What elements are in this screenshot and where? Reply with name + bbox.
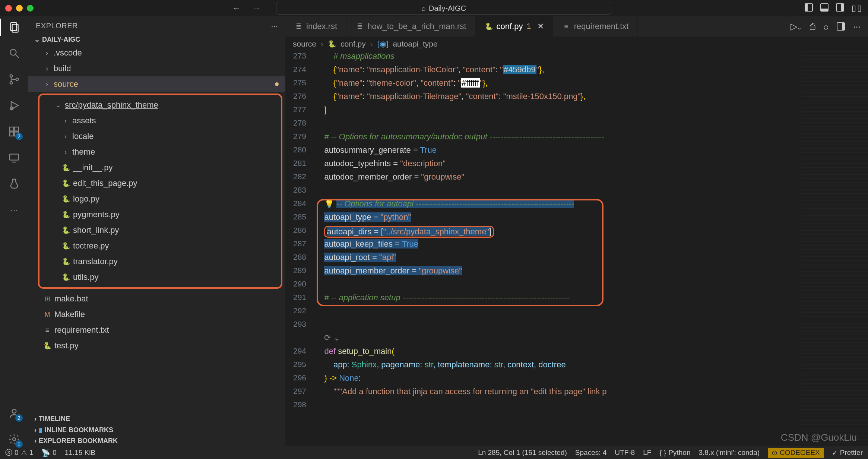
file-toctree[interactable]: 🐍toctree.py xyxy=(39,238,281,254)
breadcrumb[interactable]: source› 🐍conf.py› [◉]autoapi_type xyxy=(285,37,868,51)
explorer-more-icon[interactable]: ··· xyxy=(271,22,278,30)
file-short-link[interactable]: 🐍short_link.py xyxy=(39,222,281,238)
extensions-badge: 2 xyxy=(15,133,23,140)
svg-point-4 xyxy=(10,75,13,77)
text-icon: ≡ xyxy=(562,22,570,31)
makefile-icon: M xyxy=(43,310,51,319)
timeline-section[interactable]: ›TIMELINE xyxy=(28,414,285,424)
file-init[interactable]: 🐍__init__.py xyxy=(39,160,281,175)
braces-icon: { } xyxy=(659,449,666,457)
search-editor-icon[interactable]: ⌕ xyxy=(823,21,829,32)
more-editor-icon[interactable]: ··· xyxy=(853,21,861,32)
indent-status[interactable]: Spaces: 4 xyxy=(575,449,607,457)
filesize-status[interactable]: 11.15 KiB xyxy=(65,449,95,457)
folder-assets[interactable]: ›assets xyxy=(39,113,281,129)
modified-count: 1 xyxy=(526,22,531,31)
breadcrumb-conf[interactable]: conf.py xyxy=(340,39,366,48)
tab-conf[interactable]: 🐍conf.py 1✕ xyxy=(476,16,553,37)
prettier-status[interactable]: ✓Prettier xyxy=(832,449,863,457)
svg-point-5 xyxy=(10,82,13,84)
settings-activity[interactable]: 1 xyxy=(7,432,21,446)
run-debug-activity[interactable] xyxy=(7,98,21,113)
close-tab-icon[interactable]: ✕ xyxy=(537,22,544,31)
breadcrumb-source[interactable]: source xyxy=(293,39,316,48)
python-icon: 🐍 xyxy=(62,273,70,281)
lightbulb-icon[interactable]: 💡 xyxy=(324,199,334,208)
minimize-window-icon[interactable] xyxy=(16,5,23,12)
file-pygments[interactable]: 🐍pygments.py xyxy=(39,207,281,222)
encoding-status[interactable]: UTF-8 xyxy=(615,449,635,457)
explorer-sidebar: EXPLORER ··· ⌄DAILY-AIGC ›.vscode ›build… xyxy=(28,16,285,446)
svg-rect-8 xyxy=(10,127,14,131)
svg-rect-12 xyxy=(10,154,19,160)
file-edit[interactable]: 🐍edit_this_page.py xyxy=(39,175,281,191)
file-logo[interactable]: 🐍logo.py xyxy=(39,191,281,207)
python-icon: 🐍 xyxy=(62,210,70,219)
tab-index[interactable]: ≣index.rst xyxy=(285,16,346,37)
file-requirement[interactable]: ≡requirement.txt xyxy=(28,322,285,338)
accounts-activity[interactable]: 2 xyxy=(7,406,21,420)
cursor-position[interactable]: Ln 285, Col 1 (151 selected) xyxy=(478,449,567,457)
folder-source[interactable]: ›source xyxy=(28,76,285,92)
rst-icon: ≣ xyxy=(294,22,302,31)
extensions-activity[interactable]: 2 xyxy=(7,124,21,139)
close-window-icon[interactable] xyxy=(5,5,12,12)
customize-layout-icon[interactable]: ▯▯ xyxy=(852,3,863,13)
breadcrumb-symbol[interactable]: autoapi_type xyxy=(393,39,437,48)
svg-rect-10 xyxy=(10,132,14,136)
project-name: DAILY-AIGC xyxy=(42,36,80,44)
eol-status[interactable]: LF xyxy=(643,449,651,457)
settings-badge: 1 xyxy=(15,440,23,448)
split-editor-icon[interactable] xyxy=(837,22,845,31)
toggle-primary-sidebar-icon[interactable] xyxy=(805,3,813,12)
file-test[interactable]: 🐍test.py xyxy=(28,338,285,354)
toggle-panel-icon[interactable] xyxy=(820,3,829,12)
folder-src-pydata[interactable]: ⌄src/pydata_sphinx_theme xyxy=(39,97,281,113)
maximize-window-icon[interactable] xyxy=(27,5,34,12)
error-icon: ⓧ xyxy=(5,448,12,458)
toggle-secondary-sidebar-icon[interactable] xyxy=(836,3,844,12)
radio-status[interactable]: 📡0 xyxy=(41,449,57,457)
folder-vscode[interactable]: ›.vscode xyxy=(28,45,285,61)
language-status[interactable]: { }Python xyxy=(659,449,690,457)
file-utils[interactable]: 🐍utils.py xyxy=(39,269,281,285)
file-translator[interactable]: 🐍translator.py xyxy=(39,254,281,269)
source-control-activity[interactable] xyxy=(7,72,21,86)
python-icon: 🐍 xyxy=(328,40,336,48)
more-activity[interactable]: ··· xyxy=(7,203,21,217)
inline-bookmarks-section[interactable]: ›▮INLINE BOOKMARKS xyxy=(28,424,285,436)
testing-activity[interactable] xyxy=(7,177,21,191)
python-env-status[interactable]: 3.8.x ('mini': conda) xyxy=(699,449,760,457)
tab-howto[interactable]: ≣how_to_be_a_rich_man.rst xyxy=(346,16,475,37)
file-makebat[interactable]: ⊞make.bat xyxy=(28,291,285,307)
svg-point-2 xyxy=(10,49,16,55)
minimap[interactable] xyxy=(801,51,868,446)
folder-locale[interactable]: ›locale xyxy=(39,129,281,144)
python-icon: 🐍 xyxy=(62,226,70,234)
codegeex-status[interactable]: ⊙ CODEGEEX xyxy=(768,448,824,458)
back-button[interactable]: ← xyxy=(232,3,241,13)
search-activity[interactable] xyxy=(7,46,21,60)
bat-icon: ⊞ xyxy=(43,295,51,303)
forward-button[interactable]: → xyxy=(252,3,261,13)
command-center[interactable]: ⌕ Daily-AIGC xyxy=(276,2,611,15)
explorer-activity[interactable] xyxy=(7,20,21,34)
project-section[interactable]: ⌄DAILY-AIGC xyxy=(28,34,285,45)
symbol-icon: [◉] xyxy=(377,39,389,48)
tab-requirement[interactable]: ≡requirement.txt xyxy=(553,16,638,37)
svg-rect-9 xyxy=(15,127,19,131)
python-icon: 🐍 xyxy=(62,179,70,187)
code-editor[interactable]: 273 # msapplications 274 {"name": "msapp… xyxy=(285,51,801,446)
run-button[interactable]: ▷⌄ xyxy=(791,21,802,32)
python-icon: 🐍 xyxy=(43,342,51,350)
codegeex-icon: ⊙ xyxy=(772,449,777,457)
editor-area: ≣index.rst ≣how_to_be_a_rich_man.rst 🐍co… xyxy=(285,16,868,446)
problems-status[interactable]: ⓧ0 ⚠1 xyxy=(5,448,33,458)
print-icon[interactable]: ⎙ xyxy=(810,21,815,32)
folder-theme[interactable]: ›theme xyxy=(39,144,281,160)
window-controls xyxy=(5,5,34,12)
explorer-bookmark-section[interactable]: ›EXPLORER BOOKMARK xyxy=(28,436,285,446)
folder-build[interactable]: ›build xyxy=(28,61,285,76)
file-makefile[interactable]: MMakefile xyxy=(28,307,285,322)
remote-activity[interactable] xyxy=(7,151,21,165)
